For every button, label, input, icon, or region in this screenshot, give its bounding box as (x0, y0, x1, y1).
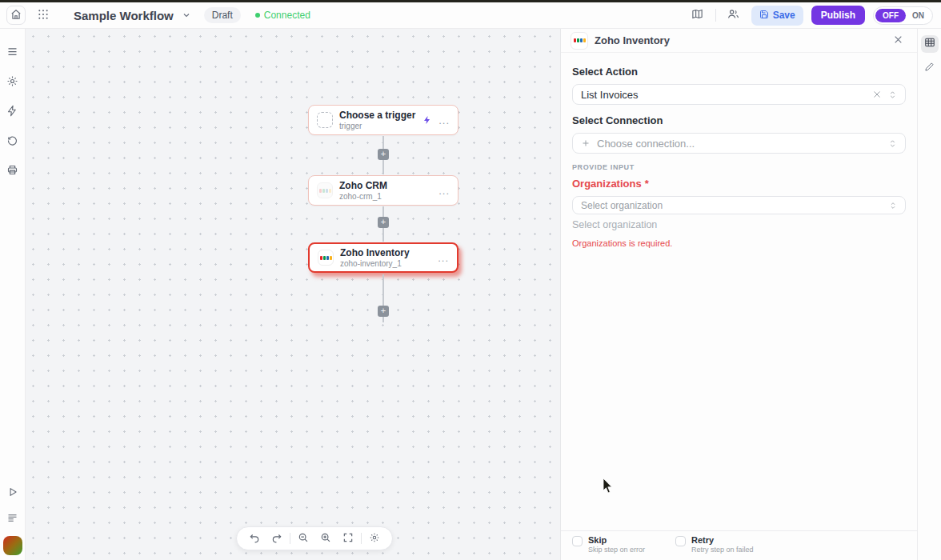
skip-label: Skip (588, 535, 645, 546)
fit-view-button[interactable] (338, 529, 358, 548)
organizations-placeholder: Select organization (581, 200, 883, 211)
history-icon (6, 134, 18, 149)
collaborators-button[interactable] (724, 6, 743, 25)
organizations-select[interactable]: Select organization (572, 196, 906, 214)
map-button[interactable] (688, 6, 707, 25)
zoom-in-icon (320, 532, 331, 546)
node-subtitle: trigger (339, 122, 416, 131)
publish-button[interactable]: Publish (811, 6, 865, 25)
top-bar: Sample Workflow Draft Connected Save Pub… (0, 2, 941, 29)
zoho-inventory-icon (571, 32, 588, 50)
apps-grid-button[interactable] (34, 6, 53, 25)
save-icon (759, 10, 769, 22)
add-step-button[interactable]: + (378, 149, 389, 160)
node-title: Zoho Inventory (340, 247, 431, 259)
toggle-on-option[interactable]: ON (906, 9, 931, 22)
chevron-updown-icon (888, 90, 897, 100)
node-choose-trigger[interactable]: Choose a trigger trigger ... (308, 105, 458, 135)
list-icon (6, 512, 18, 526)
run-button[interactable] (3, 483, 22, 502)
menu-button[interactable] (3, 43, 22, 62)
printer-icon (6, 164, 18, 178)
runs-button[interactable] (3, 162, 22, 181)
retry-label: Retry (691, 535, 754, 546)
organizations-error-text: Organizations is required. (572, 238, 906, 248)
node-subtitle: zoho-inventory_1 (340, 259, 431, 269)
home-icon (10, 9, 22, 22)
node-menu-button[interactable]: ... (438, 114, 450, 126)
off-on-toggle[interactable]: OFF ON (873, 6, 933, 25)
node-zoho-crm[interactable]: Zoho CRM zoho-crm_1 ... (308, 175, 458, 206)
select-action-label: Select Action (572, 66, 906, 78)
organizations-helper-text: Select organization (572, 219, 906, 230)
node-title: Choose a trigger (339, 110, 416, 122)
connection-select[interactable]: Choose connection... (572, 133, 906, 154)
skip-checkbox[interactable] (572, 536, 583, 546)
home-button[interactable] (6, 6, 26, 25)
node-subtitle: zoho-crm_1 (339, 192, 432, 202)
close-panel-button[interactable] (888, 31, 907, 50)
node-menu-button[interactable]: ... (438, 185, 450, 197)
skip-option[interactable]: Skip Skip step on error (572, 535, 645, 555)
skip-description: Skip step on error (588, 546, 645, 555)
logs-button[interactable] (3, 510, 22, 529)
menu-icon (6, 46, 18, 60)
save-button[interactable]: Save (751, 6, 803, 26)
trigger-placeholder-icon (317, 112, 333, 128)
action-value: List Invoices (581, 89, 866, 101)
clear-icon[interactable] (872, 90, 882, 99)
data-table-tab[interactable] (921, 35, 939, 53)
provide-input-label: PROVIDE INPUT (572, 163, 906, 171)
edit-tab[interactable] (921, 59, 939, 77)
node-zoho-inventory[interactable]: Zoho Inventory zoho-inventory_1 ... (308, 242, 458, 273)
zoho-crm-icon (317, 182, 333, 198)
action-select[interactable]: List Invoices (572, 84, 906, 105)
add-step-button[interactable]: + (378, 217, 389, 228)
retry-description: Retry step on failed (691, 546, 754, 555)
workflow-canvas[interactable]: Choose a trigger trigger ... + Zoho CRM … (26, 29, 560, 560)
node-menu-button[interactable]: ... (438, 252, 449, 264)
organizations-label: Organizations* (572, 178, 906, 190)
organizations-label-text: Organizations (572, 178, 642, 190)
retry-checkbox[interactable] (675, 536, 686, 546)
flows-button[interactable] (3, 102, 22, 122)
apps-grid-icon (38, 9, 49, 22)
plus-icon (581, 138, 591, 148)
users-icon (727, 8, 739, 22)
chevron-updown-icon (888, 138, 897, 149)
chevron-down-icon[interactable] (182, 10, 191, 20)
zoom-out-button[interactable] (294, 529, 313, 548)
add-step-button[interactable]: + (378, 306, 389, 317)
zoho-inventory-icon (318, 250, 334, 266)
fit-view-icon (342, 532, 354, 546)
pencil-icon (924, 61, 935, 75)
settings-button[interactable] (3, 73, 22, 92)
table-icon (924, 37, 935, 51)
history-button[interactable] (3, 132, 22, 151)
close-icon (893, 34, 903, 47)
connected-dot-icon (255, 13, 260, 18)
retry-option[interactable]: Retry Retry step on failed (675, 535, 754, 555)
connection-status: Connected (255, 10, 310, 21)
play-icon (7, 486, 18, 500)
user-avatar[interactable] (3, 536, 22, 555)
bolt-icon (422, 115, 432, 125)
select-connection-label: Select Connection (572, 114, 906, 126)
connection-placeholder: Choose connection... (597, 138, 882, 150)
workflow-title[interactable]: Sample Workflow (74, 9, 174, 22)
left-sidebar (0, 29, 26, 560)
panel-title: Zoho Inventory (595, 34, 882, 46)
redo-icon (271, 532, 282, 546)
undo-button[interactable] (245, 529, 264, 548)
zoom-in-button[interactable] (316, 529, 335, 548)
map-icon (691, 8, 703, 22)
divider (361, 533, 362, 544)
panel-header: Zoho Inventory (561, 29, 917, 53)
chevron-updown-icon (889, 201, 897, 210)
gear-icon (369, 532, 380, 546)
canvas-settings-button[interactable] (365, 529, 384, 548)
toggle-off-option[interactable]: OFF (875, 9, 906, 22)
zoom-out-icon (298, 532, 309, 546)
canvas-toolbar (236, 526, 393, 550)
redo-button[interactable] (267, 529, 286, 548)
